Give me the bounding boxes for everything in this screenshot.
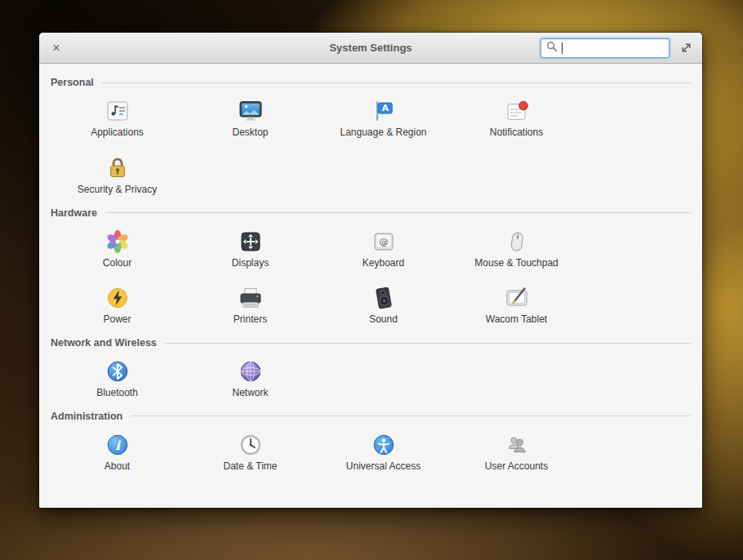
search-field[interactable] <box>567 42 664 54</box>
settings-item-label: Notifications <box>490 127 543 139</box>
desktop-icon <box>238 98 264 124</box>
section-title: Network and Wireless <box>51 337 157 349</box>
settings-item-language-region[interactable]: A Language & Region <box>323 98 445 139</box>
colour-icon <box>105 229 131 255</box>
settings-item-label: Colour <box>103 258 131 269</box>
search-icon <box>546 41 558 56</box>
section-divider <box>102 82 691 83</box>
section-administration: Administration i About <box>51 411 691 473</box>
settings-item-keyboard[interactable]: @ Keyboard <box>323 229 445 269</box>
security-privacy-icon <box>105 155 131 181</box>
section-hardware: Hardware <box>51 207 691 327</box>
section-personal: Personal <box>51 77 691 196</box>
settings-item-displays[interactable]: Displays <box>189 229 312 269</box>
network-icon <box>238 358 264 384</box>
settings-item-label: Date & Time <box>223 461 277 473</box>
settings-item-power[interactable]: Power <box>56 285 179 326</box>
settings-item-label: Mouse & Touchpad <box>474 258 558 269</box>
settings-item-label: Network <box>232 388 268 399</box>
system-settings-window: × System Settings <box>39 33 702 508</box>
text-caret <box>562 42 563 54</box>
settings-item-label: Desktop <box>232 127 268 139</box>
section-title: Personal <box>51 77 94 88</box>
date-time-icon <box>238 432 264 458</box>
settings-item-label: User Accounts <box>485 461 548 473</box>
settings-item-label: Displays <box>232 258 269 269</box>
section-divider <box>131 416 691 416</box>
settings-item-applications[interactable]: Applications <box>56 98 179 139</box>
settings-content: Personal <box>39 64 702 508</box>
keyboard-icon: @ <box>371 229 397 255</box>
settings-item-label: Sound <box>369 314 398 326</box>
settings-item-notifications[interactable]: Notifications <box>456 98 578 139</box>
settings-item-sound[interactable]: Sound <box>323 285 445 326</box>
settings-item-label: Universal Access <box>346 461 420 473</box>
settings-item-bluetooth[interactable]: Bluetooth <box>56 358 179 399</box>
sound-icon <box>371 285 397 311</box>
section-network-wireless: Network and Wireless Bluetooth <box>51 337 691 399</box>
settings-item-label: Language & Region <box>340 127 426 139</box>
user-accounts-icon <box>504 432 530 458</box>
bluetooth-icon <box>105 358 131 384</box>
settings-item-label: Power <box>103 314 131 326</box>
svg-text:A: A <box>381 103 389 113</box>
section-title: Hardware <box>51 207 97 219</box>
settings-item-label: Applications <box>91 127 144 139</box>
svg-text:@: @ <box>379 237 388 247</box>
settings-item-label: Wacom Tablet <box>486 314 547 326</box>
settings-item-user-accounts[interactable]: User Accounts <box>456 432 578 473</box>
about-icon: i <box>105 432 131 458</box>
settings-item-colour[interactable]: Colour <box>56 229 179 269</box>
settings-item-universal-access[interactable]: Universal Access <box>323 432 445 473</box>
section-title: Administration <box>51 411 122 422</box>
resize-icon[interactable] <box>678 40 694 56</box>
settings-item-network[interactable]: Network <box>189 358 312 399</box>
section-divider <box>165 343 691 344</box>
displays-icon <box>238 229 264 255</box>
applications-icon <box>105 98 131 124</box>
settings-item-label: Security & Privacy <box>78 184 157 196</box>
power-icon <box>105 285 131 311</box>
settings-item-about[interactable]: i About <box>56 432 179 473</box>
titlebar[interactable]: × System Settings <box>39 33 702 64</box>
settings-item-printers[interactable]: Printers <box>189 285 312 326</box>
printers-icon <box>238 285 264 311</box>
settings-item-security-privacy[interactable]: Security & Privacy <box>56 155 179 196</box>
universal-access-icon <box>371 432 397 458</box>
language-region-icon: A <box>371 98 397 124</box>
settings-item-mouse-touchpad[interactable]: Mouse & Touchpad <box>456 229 578 269</box>
search-input[interactable] <box>541 38 670 58</box>
settings-item-wacom-tablet[interactable]: Wacom Tablet <box>456 285 578 326</box>
settings-item-label: About <box>105 461 130 473</box>
settings-item-label: Bluetooth <box>96 388 138 399</box>
settings-item-label: Keyboard <box>363 258 404 269</box>
mouse-touchpad-icon <box>504 229 530 255</box>
close-icon[interactable]: × <box>47 39 65 57</box>
wacom-tablet-icon <box>504 285 530 311</box>
section-divider <box>105 212 691 213</box>
settings-item-desktop[interactable]: Desktop <box>189 98 312 139</box>
notifications-icon <box>504 98 530 124</box>
settings-item-label: Printers <box>234 314 267 326</box>
settings-item-date-time[interactable]: Date & Time <box>189 432 312 473</box>
